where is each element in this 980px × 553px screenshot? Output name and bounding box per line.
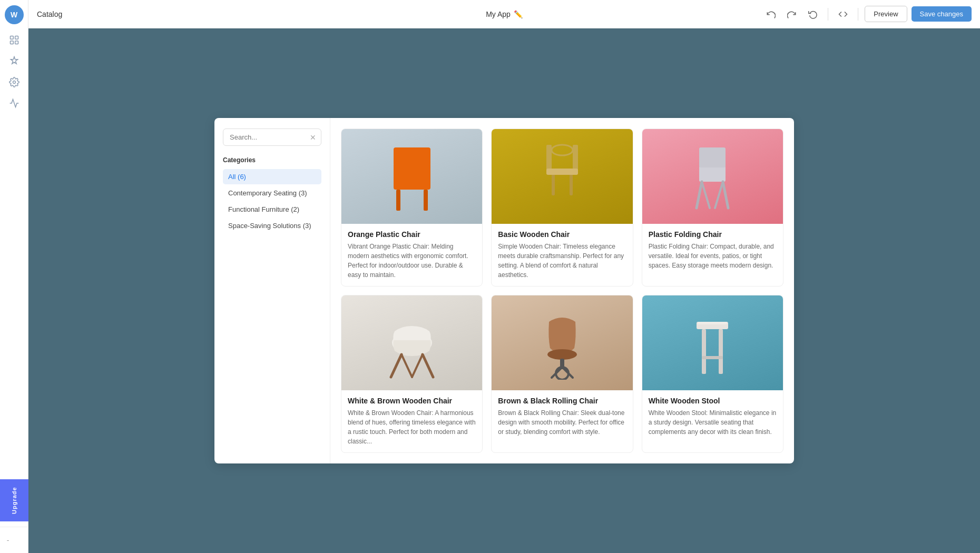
svg-line-20 bbox=[723, 182, 728, 208]
product-name-folding-chair: Plastic Folding Chair bbox=[649, 230, 777, 239]
sidebar-item-analytics[interactable] bbox=[5, 94, 24, 113]
svg-rect-35 bbox=[719, 329, 723, 374]
svg-rect-18 bbox=[699, 147, 726, 167]
filter-space-saving[interactable]: Space-Saving Solutions (3) bbox=[223, 218, 321, 233]
product-info-stool: White Wooden Stool White Wooden Stool: M… bbox=[642, 390, 783, 443]
product-name-rolling-chair: Brown & Black Rolling Chair bbox=[498, 397, 626, 405]
product-card-wooden-chair[interactable]: Basic Wooden Chair Simple Wooden Chair: … bbox=[491, 129, 633, 287]
sidebar-item-dashboard[interactable] bbox=[5, 31, 24, 50]
app-logo[interactable]: W bbox=[5, 5, 24, 24]
sidebar-footer: ~ bbox=[0, 527, 28, 553]
topbar-actions: Preview Save changes bbox=[762, 6, 972, 23]
undo-button[interactable] bbox=[762, 6, 779, 23]
product-info-wooden-chair: Basic Wooden Chair Simple Wooden Chair: … bbox=[492, 224, 632, 286]
topbar-section-title: Catalog bbox=[37, 10, 62, 18]
product-desc-rolling-chair: Brown & Black Rolling Chair: Sleek dual-… bbox=[498, 408, 626, 437]
product-card-stool[interactable]: White Wooden Stool White Wooden Stool: M… bbox=[642, 295, 783, 453]
product-card-rolling-chair[interactable]: Brown & Black Rolling Chair Brown & Blac… bbox=[491, 295, 633, 453]
product-desc-stool: White Wooden Stool: Minimalistic eleganc… bbox=[649, 408, 777, 437]
edit-app-name-icon[interactable]: ✏️ bbox=[514, 10, 523, 18]
product-info-rolling-chair: Brown & Black Rolling Chair Brown & Blac… bbox=[492, 390, 632, 443]
svg-point-16 bbox=[552, 145, 573, 155]
product-card-white-brown-chair[interactable]: White & Brown Wooden Chair White & Brown… bbox=[341, 295, 483, 453]
svg-rect-11 bbox=[552, 174, 555, 195]
svg-text:~: ~ bbox=[7, 538, 9, 542]
product-desc-folding-chair: Plastic Folding Chair: Compact, durable,… bbox=[649, 242, 777, 270]
topbar-separator-2 bbox=[858, 8, 858, 21]
svg-line-27 bbox=[412, 354, 423, 377]
upgrade-button[interactable]: Upgrade bbox=[0, 479, 28, 521]
svg-rect-7 bbox=[394, 147, 430, 166]
search-input[interactable] bbox=[223, 129, 321, 146]
product-desc-orange-chair: Vibrant Orange Plastic Chair: Melding mo… bbox=[348, 242, 476, 280]
app-name-label: My App bbox=[486, 10, 511, 18]
filter-contemporary[interactable]: Contemporary Seating (3) bbox=[223, 185, 321, 201]
redo-button[interactable] bbox=[783, 6, 800, 23]
catalog-panel: ✕ Categories All (6) Contemporary Seatin… bbox=[214, 118, 794, 463]
svg-rect-15 bbox=[546, 169, 578, 175]
svg-line-22 bbox=[715, 182, 723, 208]
svg-line-26 bbox=[401, 354, 412, 377]
topbar-center: My App ✏️ bbox=[486, 10, 523, 18]
product-desc-white-brown-chair: White & Brown Wooden Chair: A harmonious… bbox=[348, 408, 476, 446]
categories-heading: Categories bbox=[223, 156, 321, 164]
preview-button[interactable]: Preview bbox=[865, 6, 907, 22]
search-clear-icon[interactable]: ✕ bbox=[310, 133, 316, 142]
svg-line-21 bbox=[702, 182, 710, 208]
svg-rect-12 bbox=[570, 174, 573, 195]
filter-all[interactable]: All (6) bbox=[223, 169, 321, 184]
save-changes-button[interactable]: Save changes bbox=[912, 6, 972, 22]
svg-rect-2 bbox=[10, 41, 13, 44]
svg-point-4 bbox=[13, 81, 15, 84]
svg-rect-17 bbox=[699, 166, 726, 182]
svg-point-28 bbox=[547, 349, 577, 360]
product-name-stool: White Wooden Stool bbox=[649, 397, 777, 405]
product-name-white-brown-chair: White & Brown Wooden Chair bbox=[348, 397, 476, 405]
svg-rect-34 bbox=[702, 329, 706, 374]
svg-rect-1 bbox=[15, 36, 18, 39]
product-card-orange-chair[interactable]: Orange Plastic Chair Vibrant Orange Plas… bbox=[341, 129, 483, 287]
topbar: Catalog My App ✏️ bbox=[28, 0, 980, 28]
left-sidebar: W Upgrade ~ bbox=[0, 0, 28, 553]
product-card-folding-chair[interactable]: Plastic Folding Chair Plastic Folding Ch… bbox=[642, 129, 783, 287]
svg-rect-3 bbox=[15, 41, 18, 44]
svg-rect-37 bbox=[698, 322, 727, 324]
filter-functional[interactable]: Functional Furniture (2) bbox=[223, 202, 321, 217]
main-area: Catalog My App ✏️ bbox=[28, 0, 980, 553]
topbar-separator-1 bbox=[828, 8, 828, 21]
svg-rect-8 bbox=[396, 190, 400, 211]
products-grid: Orange Plastic Chair Vibrant Orange Plas… bbox=[341, 129, 783, 453]
svg-line-19 bbox=[697, 182, 702, 208]
product-desc-wooden-chair: Simple Wooden Chair: Timeless elegance m… bbox=[498, 242, 626, 280]
product-info-orange-chair: Orange Plastic Chair Vibrant Orange Plas… bbox=[341, 224, 482, 286]
filter-sidebar: ✕ Categories All (6) Contemporary Seatin… bbox=[214, 118, 330, 463]
sidebar-item-tools[interactable] bbox=[5, 52, 24, 71]
svg-rect-9 bbox=[424, 190, 428, 211]
product-info-folding-chair: Plastic Folding Chair Plastic Folding Ch… bbox=[642, 224, 783, 276]
product-info-white-brown-chair: White & Brown Wooden Chair White & Brown… bbox=[341, 390, 482, 452]
svg-rect-0 bbox=[10, 36, 13, 39]
history-button[interactable] bbox=[805, 6, 821, 23]
svg-rect-36 bbox=[702, 356, 723, 359]
code-button[interactable] bbox=[835, 6, 851, 23]
svg-line-24 bbox=[391, 354, 401, 377]
page-content: ✕ Categories All (6) Contemporary Seatin… bbox=[28, 28, 980, 553]
svg-line-25 bbox=[423, 354, 433, 377]
products-area: Orange Plastic Chair Vibrant Orange Plas… bbox=[330, 118, 794, 463]
product-name-orange-chair: Orange Plastic Chair bbox=[348, 230, 476, 239]
product-name-wooden-chair: Basic Wooden Chair bbox=[498, 230, 626, 239]
svg-rect-6 bbox=[394, 163, 430, 190]
sidebar-item-settings[interactable] bbox=[5, 73, 24, 92]
